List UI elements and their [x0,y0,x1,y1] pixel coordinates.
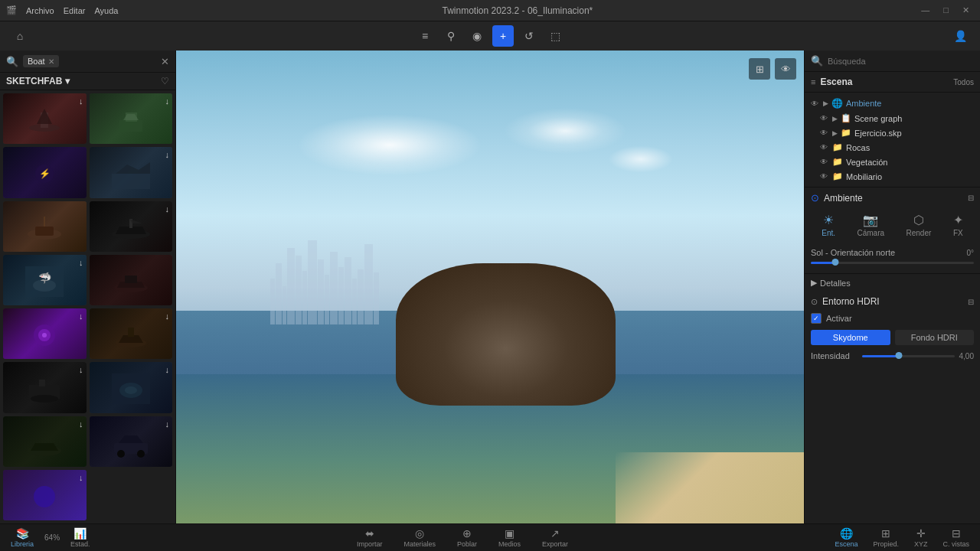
xyz-label: XYZ [914,540,928,548]
asset-item[interactable]: Sea House ↓ [90,93,173,144]
medios-button[interactable]: ▣ Medios [494,526,525,549]
asset-thumbnail [90,416,173,467]
svg-rect-8 [112,174,150,189]
sol-slider-thumb[interactable] [831,259,838,266]
tree-label: Scene graph [854,114,902,123]
close-button[interactable]: ✕ [958,4,974,17]
materiales-button[interactable]: ◎ Materiales [399,526,440,549]
libreria-button[interactable]: 📚 Libreria [6,526,38,549]
asset-thumbnail: ⚡ [3,147,87,197]
escena-label: Escena [835,540,858,548]
fondo-hdri-button[interactable]: Fondo HDRI [895,330,975,345]
asset-item[interactable]: ( FREE ) Nautilus Subm... ↓ [90,362,173,412]
link-button[interactable]: ⚲ [440,25,462,47]
export-button[interactable]: ⬚ [544,25,566,47]
viewport-controls: ⊞ 👁 [749,58,796,80]
panels-button[interactable]: ≡ [414,25,436,47]
source-selector[interactable]: SKETCHFAB ▾ [6,76,70,86]
tab-render[interactable]: ⬡ Render [900,210,938,240]
tree-item-ambiente[interactable]: 👁 ▶ 🌐 Ambiente [805,96,980,111]
svg-text:⚡: ⚡ [39,168,51,179]
exportar-button[interactable]: ↗ Exportar [537,526,573,549]
svg-rect-22 [125,276,137,283]
viewport-view-icon[interactable]: 👁 [775,58,796,80]
svg-point-31 [31,395,58,403]
estad-button[interactable]: 📊 Estad. [66,526,95,549]
exportar-icon: ↗ [550,527,560,540]
detalles-row[interactable]: ▶ Detalles [805,274,980,292]
search-tag-remove[interactable]: ✕ [48,57,54,66]
tab-ent[interactable]: ☀ Ent. [815,210,841,240]
maximize-button[interactable]: □ [939,4,953,17]
asset-thumbnail [90,255,173,305]
minimize-button[interactable]: — [916,4,934,17]
materiales-icon: ◎ [415,527,424,540]
asset-item[interactable]: Boat ↓ [90,308,173,359]
menu-editar[interactable]: Editar [64,6,86,15]
viewport-background [176,51,804,523]
download-icon: ↓ [79,365,83,374]
asset-thumbnail [90,201,173,252]
search-bar: 🔍 Boat ✕ ✕ [0,51,175,73]
propied-button[interactable]: ⊞ Propied. [868,526,903,549]
download-icon: ↓ [165,150,170,159]
menu-archivo[interactable]: Archivo [26,6,54,15]
asset-item[interactable]: ⚡ Thor and the Midgard S... [3,147,87,197]
poblar-button[interactable]: ⊕ Poblar [452,526,482,549]
folder-icon: 📁 [832,142,843,152]
asset-item[interactable]: Ship in Clouds ↓ [3,93,87,144]
escena-icon: 🌐 [840,527,853,540]
sol-slider[interactable] [811,262,974,264]
intensidad-thumb[interactable] [895,352,902,359]
skydome-button[interactable]: Skydome [811,330,890,345]
asset-item[interactable]: Old Rowboat [3,201,87,252]
asset-item[interactable]: 🦈 L-P Shark Cage Diving... ↓ [3,255,87,305]
svg-rect-28 [128,328,134,337]
estad-label: Estad. [70,540,90,548]
tree-item-rocas[interactable]: 👁 📁 Rocas [805,140,980,155]
user-button[interactable]: 👤 [949,25,971,47]
asset-item[interactable]: Rowing Boat ↓ [3,416,87,467]
propied-label: Propied. [873,540,899,548]
source-chevron-icon: ▾ [65,76,70,86]
download-icon: ↓ [165,204,170,214]
activar-checkbox[interactable]: ✓ [811,313,822,324]
asset-item[interactable]: Victorian Row Boat [90,255,173,305]
xyz-button[interactable]: ✛ XYZ [910,526,933,549]
asset-item[interactable]: ↓ [3,470,87,520]
tree-item-vegetacion[interactable]: 👁 📁 Vegetación [805,155,980,169]
asset-item[interactable]: Gislinge Viking Boat ↓ [90,201,173,252]
asset-item[interactable]: Steamboat Willie - Ani... ↓ [3,362,87,412]
menu-bar: Archivo Editar Ayuda [26,6,118,15]
todos-button[interactable]: Todos [953,78,974,86]
globe-button[interactable]: ◉ [466,25,488,47]
refresh-button[interactable]: ↺ [518,25,540,47]
intensidad-value: 4,00 [959,352,974,360]
tab-camara[interactable]: 📷 Cámara [851,210,890,240]
viewport-layout-icon[interactable]: ⊞ [749,58,770,80]
asset-item[interactable]: Lakeside - Exterior Sce... ↓ [90,147,173,197]
importar-button[interactable]: ⬌ Importar [352,526,387,549]
home-button[interactable]: ⌂ [9,25,31,47]
ambiente-panel: ⊙ Ambiente ⊟ ☀ Ent. 📷 Cámara ⬡ Render [805,187,980,274]
tab-label: Render [906,229,932,237]
cvistas-button[interactable]: ⊟ C. vistas [938,526,974,549]
tree-item-ejercicio[interactable]: 👁 ▶ 📁 Ejercicio.skp [805,126,980,140]
add-button[interactable]: + [492,25,514,47]
tree-item-scene-graph[interactable]: 👁 ▶ 📋 Scene graph [805,111,980,126]
ambiente-icon: ⊙ [811,192,819,204]
asset-item[interactable]: 3 seconds of vacations ↓ [3,308,87,359]
intensidad-slider[interactable] [862,355,955,357]
hdri-header: ⊙ Entorno HDRI ⊟ [811,296,974,307]
search-tag[interactable]: Boat ✕ [23,55,59,67]
search-clear-button[interactable]: ✕ [161,56,169,67]
menu-ayuda[interactable]: Ayuda [94,6,118,15]
right-search-input[interactable] [828,57,974,66]
globe-icon: 🌐 [831,98,843,109]
tree-item-mobiliario[interactable]: 👁 📁 Mobiliario [805,169,980,184]
favorite-button[interactable]: ♡ [161,76,169,86]
escena-button[interactable]: 🌐 Escena [830,526,862,549]
viewport[interactable]: ⊞ 👁 [176,51,804,523]
tab-fx[interactable]: ✦ FX [947,210,969,240]
asset-item[interactable]: Brown Sedan (Free Ra... ↓ [90,416,173,467]
